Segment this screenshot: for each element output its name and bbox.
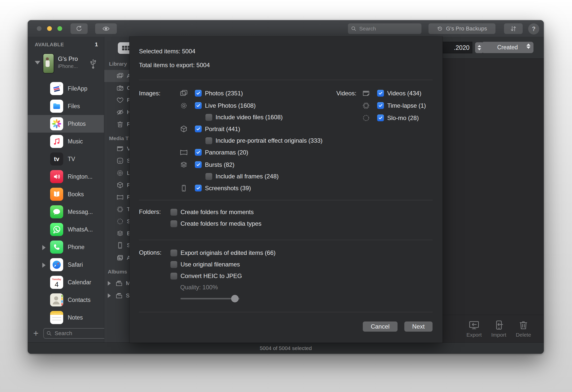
sidebar-item-photos[interactable]: Photos	[28, 115, 104, 133]
toolbar-search-input[interactable]	[359, 25, 415, 32]
checkbox-label: Include video files (1608)	[216, 114, 283, 121]
media-row-panoramas[interactable]: P	[104, 191, 132, 203]
sidebar-item-label: Photos	[68, 121, 86, 127]
sidebar-item-whatsapp[interactable]: WhatsA...	[28, 221, 104, 238]
toolbar-search[interactable]	[348, 23, 421, 34]
checkbox-label: Create folders for media types	[181, 220, 261, 227]
checkbox-label: Photos (2351)	[205, 90, 243, 97]
sidebar-search-input[interactable]	[54, 330, 103, 337]
backups-button[interactable]: G's Pro Backups	[428, 23, 495, 34]
media-row-timelapse[interactable]: T	[104, 203, 132, 215]
checkbox[interactable]	[170, 250, 177, 256]
bursts-icon	[116, 230, 124, 237]
sidebar-item-safari[interactable]: Safari	[28, 256, 104, 273]
media-row-slomo[interactable]: S	[104, 215, 132, 227]
app-window: G's Pro Backups ? AVAILABLE 1	[28, 20, 544, 354]
sidebar-item-phone[interactable]: Phone	[28, 238, 104, 256]
checkbox[interactable]	[195, 126, 202, 132]
checkbox[interactable]	[377, 102, 384, 109]
media-row-videos[interactable]: V	[104, 143, 132, 155]
checkbox-label: Screenshots (39)	[205, 185, 251, 192]
sidebar-item-ringtones[interactable]: Rington...	[28, 168, 104, 185]
separator	[139, 200, 433, 200]
sidebar-item-files[interactable]: Files	[28, 97, 104, 115]
sidebar-item-label: Notes	[68, 314, 83, 321]
library-row-recently-deleted[interactable]: R	[104, 118, 132, 130]
add-device-button[interactable]: +	[33, 329, 39, 338]
stepper-up-icon[interactable]	[478, 45, 481, 47]
disclosure-triangle-icon[interactable]	[42, 263, 46, 268]
sidebar-item-messages[interactable]: Messag...	[28, 203, 104, 221]
media-row-bursts[interactable]: B	[104, 227, 132, 240]
zoom-window-button[interactable]	[57, 26, 62, 31]
checkbox[interactable]	[170, 209, 177, 216]
help-button-label: ?	[532, 26, 535, 32]
checkbox[interactable]	[205, 114, 212, 121]
cancel-button[interactable]: Cancel	[363, 322, 398, 332]
checkbox[interactable]	[170, 220, 177, 227]
quality-slider[interactable]	[181, 298, 240, 299]
video-icon	[116, 145, 124, 152]
device-row[interactable]: G's Pro iPhone...	[28, 52, 104, 73]
sidebar-item-tv[interactable]: tv TV	[28, 150, 104, 168]
next-button[interactable]: Next	[404, 322, 433, 332]
sort-by-value: Created	[497, 44, 518, 51]
disclosure-triangle-icon[interactable]	[108, 293, 111, 298]
library-row-favourites[interactable]: F	[104, 94, 132, 106]
device-disclosure-triangle-icon[interactable]	[35, 61, 40, 64]
sidebar-item-fileapp[interactable]: FileApp	[28, 80, 104, 97]
checkbox[interactable]	[195, 149, 202, 156]
media-row-screenshots[interactable]: S	[104, 239, 132, 251]
delete-button[interactable]: Delete	[512, 320, 535, 338]
sidebar-item-label: Music	[68, 138, 83, 145]
help-button[interactable]: ?	[528, 23, 539, 34]
calendar-weekday: Tuesday	[52, 278, 61, 281]
sidebar-item-books[interactable]: Books	[28, 185, 104, 203]
checkbox[interactable]	[195, 90, 202, 97]
sidebar-item-notes[interactable]: Notes	[28, 309, 104, 326]
import-button[interactable]: Import	[487, 320, 511, 338]
checkbox[interactable]	[170, 261, 177, 268]
checkbox[interactable]	[170, 273, 177, 280]
checkbox[interactable]	[377, 114, 384, 121]
transfer-button[interactable]	[504, 23, 523, 34]
media-row-animated[interactable]: A	[104, 252, 132, 264]
library-row-all-photos[interactable]: A	[104, 70, 132, 82]
sort-by-dropdown[interactable]: Created	[482, 42, 533, 53]
sidebar-item-label: Books	[68, 191, 84, 198]
checkbox[interactable]	[377, 90, 384, 97]
sidebar-item-calendar[interactable]: Tuesday 4 Calendar	[28, 273, 104, 291]
disclosure-triangle-icon[interactable]	[42, 245, 46, 250]
sidebar-item-contacts[interactable]: Contacts	[28, 291, 104, 309]
close-window-button[interactable]	[37, 26, 42, 31]
media-row-live-photos[interactable]: L	[104, 167, 132, 179]
media-row-portrait[interactable]: P	[104, 179, 132, 191]
sidebar-app-list: FileApp Files Photos	[28, 80, 104, 326]
checkbox[interactable]	[195, 161, 202, 168]
sidebar-item-music[interactable]: Music	[28, 133, 104, 150]
library-row-hidden[interactable]: H	[104, 106, 132, 118]
checkbox[interactable]	[205, 137, 212, 144]
quality-slider-knob[interactable]	[231, 295, 239, 302]
checkbox-row-bursts: Bursts (82)	[139, 159, 323, 171]
checkbox[interactable]	[195, 102, 202, 109]
minimize-window-button[interactable]	[47, 26, 52, 31]
checkbox-label: Bursts (82)	[205, 161, 234, 168]
camera-icon	[116, 84, 124, 92]
status-bar: 5004 of 5004 selected	[28, 342, 544, 354]
stepper-down-icon[interactable]	[478, 48, 481, 50]
quick-look-button[interactable]	[95, 23, 117, 34]
refresh-button[interactable]	[70, 23, 88, 34]
media-row-selfies[interactable]: S	[104, 155, 132, 167]
export-button[interactable]: Export	[462, 320, 486, 338]
sidebar-search[interactable]	[43, 328, 113, 339]
disclosure-triangle-icon[interactable]	[108, 281, 111, 286]
checkbox[interactable]	[205, 173, 212, 180]
checkbox[interactable]	[195, 185, 202, 191]
slomo-icon	[116, 218, 124, 225]
albums-row-shared-albums[interactable]: S	[104, 290, 132, 302]
checkbox-row-timelapse: Time-lapse (1)	[336, 99, 426, 112]
albums-row-my-albums[interactable]: M	[104, 277, 132, 289]
library-row-camera[interactable]: C	[104, 82, 132, 94]
sidebar-item-label: Contacts	[68, 297, 91, 303]
